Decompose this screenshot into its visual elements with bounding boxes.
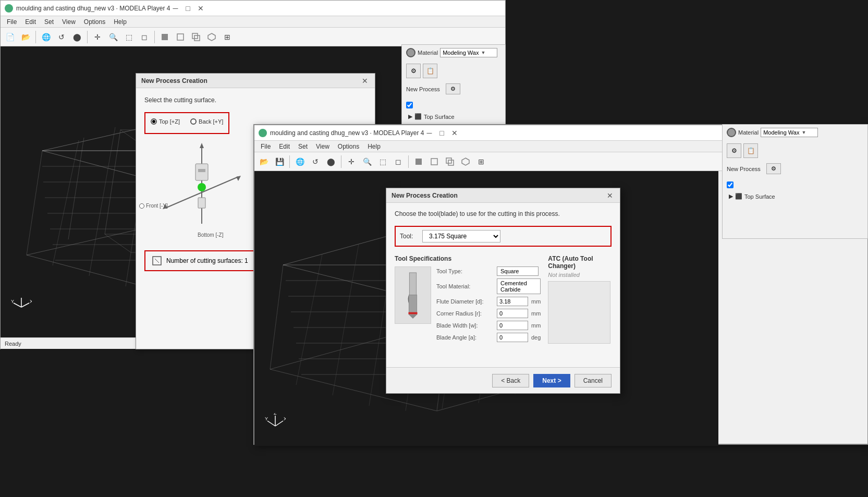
spec-blade-width-input[interactable] (497, 321, 528, 330)
fg-dropdown-arrow: ▼ (801, 130, 806, 135)
svg-rect-58 (448, 160, 454, 165)
bg-new-process-label: New Process (406, 86, 443, 92)
bg-checkbox[interactable] (406, 102, 413, 108)
dialog-fg-content: Choose the tool(blade) to use for the cu… (386, 203, 620, 376)
fg-move-btn[interactable]: ✛ (344, 154, 359, 169)
spec-blade-angle-label: Blade Angle [a]: (436, 334, 494, 341)
fg-minimize-button[interactable]: ─ (424, 128, 435, 138)
cube-front-btn[interactable] (204, 30, 219, 44)
radio-back-circle (190, 118, 197, 125)
tool-select[interactable]: 3.175 Square (422, 230, 500, 243)
close-button[interactable]: ✕ (195, 3, 206, 14)
select2-btn[interactable]: ◻ (137, 30, 152, 44)
fg-new-process-btn[interactable]: ⚙ (766, 163, 781, 174)
svg-line-38 (14, 303, 21, 307)
menu-help[interactable]: Help (109, 17, 131, 27)
fg-icon-btn-2[interactable]: 📋 (743, 143, 758, 158)
fg-cube-front-btn[interactable] (458, 154, 473, 169)
menu-set[interactable]: Set (40, 17, 58, 27)
fg-cube-wire-btn[interactable] (427, 154, 442, 169)
fg-checkbox[interactable] (727, 181, 733, 188)
fg-menu-file[interactable]: File (256, 142, 275, 151)
fg-circle-btn[interactable]: ⬤ (324, 154, 338, 169)
select-btn[interactable]: ⬚ (121, 30, 136, 44)
axis-svg: Bottom [-Z] (155, 140, 249, 245)
spec-corner-label: Corner Radius [r]: (436, 310, 494, 317)
spec-corner-input[interactable] (497, 309, 528, 318)
dialog-fg: New Process Creation ✕ Choose the tool(b… (386, 188, 620, 394)
bg-material-row: Material Modeling Wax ▼ (402, 45, 505, 60)
fg-new-process-row: New Process ⚙ (723, 161, 867, 176)
surface-selection-box: Top [+Z] Back [+Y] (144, 112, 229, 134)
fg-globe-btn[interactable]: 🌐 (292, 154, 307, 169)
radio-top[interactable]: Top [+Z] (151, 118, 180, 125)
grid-btn[interactable]: ⊞ (220, 30, 235, 44)
fg-cube-solid-btn[interactable] (411, 154, 426, 169)
cube-solid-btn[interactable] (157, 30, 172, 44)
radio-top-label: Top [+Z] (159, 118, 180, 125)
circle-btn[interactable]: ⬤ (70, 30, 84, 44)
spec-grid: Tool Type: Square Tool Material: Cemente… (436, 266, 541, 345)
new-file-btn[interactable]: 📄 (3, 30, 17, 44)
bg-tree-item: ▶ ⬛ Top Surface (406, 112, 505, 121)
fg-sep3 (408, 155, 409, 168)
fg-material-row: Material Modeling Wax ▼ (723, 125, 867, 140)
bg-new-process-row: New Process ⚙ (402, 81, 505, 96)
fg-cube-back-btn[interactable] (443, 154, 457, 169)
refresh-btn[interactable]: ↺ (54, 30, 69, 44)
fg-menu-view[interactable]: View (312, 142, 334, 151)
fg-select2-btn[interactable]: ◻ (391, 154, 406, 169)
fg-icon-btn-1[interactable]: ⚙ (727, 143, 741, 158)
bg-new-process-btn[interactable]: ⚙ (446, 83, 460, 94)
dialog-bg-instruction: Select the cutting surface. (144, 96, 366, 104)
minimize-button[interactable]: ─ (170, 3, 181, 14)
cube-back-btn[interactable] (189, 30, 203, 44)
dialog-fg-close[interactable]: ✕ (605, 191, 615, 200)
spec-blade-angle-input[interactable] (497, 333, 528, 342)
menu-file[interactable]: File (3, 17, 21, 27)
svg-line-28 (89, 127, 115, 276)
next-button[interactable]: Next > (533, 374, 570, 387)
spec-flute-input[interactable] (497, 297, 528, 306)
bg-icon-row: ⚙ 📋 (402, 64, 505, 78)
fg-select-btn[interactable]: ⬚ (375, 154, 390, 169)
fg-grid-btn[interactable]: ⊞ (474, 154, 488, 169)
svg-rect-88 (409, 273, 416, 295)
bg-material-dropdown[interactable]: Modeling Wax ▼ (440, 48, 497, 57)
fg-maximize-button[interactable]: □ (437, 128, 447, 138)
bg-title-bar: moulding and casting dhug_new v3 · MODEL… (1, 1, 505, 16)
fg-menu-set[interactable]: Set (294, 142, 312, 151)
fg-new-process-label: New Process (727, 166, 763, 172)
globe-btn[interactable]: 🌐 (39, 30, 53, 44)
fg-open-btn[interactable]: 📂 (256, 154, 271, 169)
cancel-button[interactable]: Cancel (574, 374, 612, 387)
sep2 (87, 31, 88, 43)
svg-text:Y: Y (265, 416, 268, 421)
cube-wire-btn[interactable] (173, 30, 188, 44)
radio-back[interactable]: Back [+Y] (190, 118, 223, 125)
move-btn[interactable]: ✛ (90, 30, 105, 44)
fg-close-button[interactable]: ✕ (449, 128, 460, 138)
fg-save-btn[interactable]: 💾 (272, 154, 287, 169)
bg-icon-btn-1[interactable]: ⚙ (406, 64, 421, 78)
back-button[interactable]: < Back (492, 374, 529, 387)
maximize-button[interactable]: □ (183, 3, 193, 14)
fg-material-dropdown[interactable]: Modeling Wax ▼ (761, 128, 818, 137)
dialog-bg-close[interactable]: ✕ (360, 76, 370, 86)
bg-window-controls[interactable]: ─ □ ✕ (170, 3, 206, 14)
menu-edit[interactable]: Edit (21, 17, 40, 27)
svg-marker-45 (236, 176, 241, 181)
fg-menu-edit[interactable]: Edit (275, 142, 294, 151)
zoom-btn[interactable]: 🔍 (106, 30, 120, 44)
menu-options[interactable]: Options (80, 17, 109, 27)
fg-menu-options[interactable]: Options (334, 142, 363, 151)
tool-image (395, 266, 431, 324)
menu-view[interactable]: View (58, 17, 80, 27)
fg-zoom-btn[interactable]: 🔍 (360, 154, 374, 169)
fg-menu-help[interactable]: Help (363, 142, 385, 151)
open-file-btn[interactable]: 📂 (18, 30, 33, 44)
tool-label: Tool: (400, 233, 418, 240)
fg-refresh-btn[interactable]: ↺ (308, 154, 323, 169)
fg-window-controls[interactable]: ─ □ ✕ (424, 128, 460, 138)
bg-icon-btn-2[interactable]: 📋 (423, 64, 437, 78)
